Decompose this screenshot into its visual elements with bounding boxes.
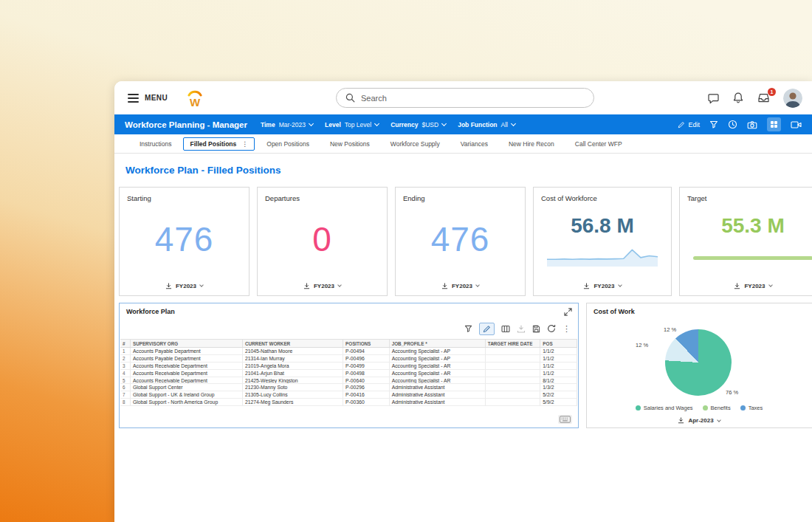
refresh-button[interactable] — [547, 324, 556, 333]
table-row[interactable]: 2Accounts Payable Department21314-Ian Mu… — [120, 355, 577, 363]
tab-menu-icon[interactable]: ⋮ — [241, 140, 248, 148]
menu-button[interactable]: MENU — [128, 81, 168, 114]
column-header-positions[interactable]: POSITIONS — [343, 340, 390, 347]
video-icon[interactable] — [791, 120, 802, 129]
kpi-value: 476 — [155, 222, 214, 256]
tab-call-center-wfp[interactable]: Call Center WFP — [566, 137, 631, 151]
table-cell: Accounting Specialist - AR — [390, 363, 486, 369]
tab-open-positions[interactable]: Open Positions — [258, 137, 318, 151]
table-cell: Accounting Specialist - AP — [390, 348, 486, 354]
keyboard-shortcuts-button[interactable] — [558, 415, 572, 424]
legend-item-taxes[interactable]: Taxes — [740, 405, 763, 411]
tab-workforce-supply[interactable]: Workforce Supply — [382, 137, 449, 151]
hamburger-icon — [128, 94, 139, 103]
tab-bar: InstructionsFilled Positions⋮Open Positi… — [114, 134, 812, 154]
table-cell: 21274-Meg Saunders — [243, 399, 343, 405]
kpi-period-selector[interactable]: FY2023 — [258, 276, 387, 295]
table-row[interactable]: 5Accounts Receivable Department21425-Wes… — [120, 377, 577, 385]
table-row[interactable]: 6Global Support Center21230-Manny SotoP-… — [120, 384, 577, 391]
column-header-supervisory-org[interactable]: SUPERVISORY ORG — [131, 340, 243, 347]
header-filter-level[interactable]: LevelTop Level — [325, 121, 379, 128]
apps-grid-button[interactable] — [767, 117, 781, 131]
legend-item-benefits[interactable]: Benefits — [703, 405, 731, 411]
history-clock-icon[interactable] — [728, 120, 737, 129]
legend-dot — [740, 405, 746, 411]
chevron-down-icon — [374, 120, 379, 126]
table-cell: 2 — [120, 355, 131, 362]
keyboard-icon — [560, 416, 571, 423]
workday-logo[interactable]: W — [185, 88, 204, 111]
camera-icon[interactable] — [747, 120, 757, 129]
kpi-period-selector[interactable]: FY2023 — [120, 276, 249, 295]
columns-button[interactable] — [501, 325, 510, 333]
kpi-period-selector[interactable]: FY2023 — [534, 276, 671, 295]
user-avatar[interactable] — [783, 89, 802, 108]
search-bar[interactable] — [336, 88, 594, 108]
header-filter-job-function[interactable]: Job FunctionAll — [458, 121, 515, 128]
column-header-pos[interactable]: POS — [540, 340, 577, 347]
table-row[interactable]: 1Accounts Payable Department21045-Nathan… — [120, 348, 577, 355]
table-row[interactable]: 3Accounts Receivable Department21019-Ang… — [120, 363, 577, 370]
filter-icon[interactable] — [709, 120, 718, 129]
table-cell: P-00499 — [343, 363, 390, 369]
cost-pie-chart[interactable] — [665, 329, 732, 396]
inbox-button[interactable]: 1 — [757, 92, 771, 103]
table-row[interactable]: 8Global Support - North America Group212… — [120, 399, 577, 406]
table-row[interactable]: 4Accounts Receivable Department21041-Arj… — [120, 370, 577, 377]
search-input[interactable] — [361, 94, 585, 103]
kpi-value-area: 56.8 M — [534, 202, 671, 276]
header-filter-time[interactable]: TimeMar-2023 — [261, 121, 313, 128]
table-cell: 1/3/2 — [540, 384, 577, 391]
table-cell: Accounts Receivable Department — [131, 363, 243, 369]
header-filter-currency[interactable]: Currency$USD — [390, 121, 446, 128]
table-cell: 6 — [120, 384, 131, 391]
kpi-value-area: 55.3 M — [680, 202, 812, 276]
tab-filled-positions[interactable]: Filled Positions⋮ — [183, 137, 255, 151]
save-button[interactable] — [532, 325, 540, 333]
kpi-label: Departures — [258, 188, 387, 202]
kpi-period-selector[interactable]: FY2023 — [680, 276, 812, 295]
inline-edit-button[interactable] — [479, 323, 495, 335]
table-cell: 8/1/2 — [540, 377, 577, 384]
legend-label: Salaries and Wages — [644, 405, 693, 411]
kpi-period-selector[interactable]: FY2023 — [396, 276, 525, 295]
filter-value: All — [501, 121, 508, 128]
column-header-col[interactable]: # — [120, 340, 131, 347]
table-cell: 21230-Manny Soto — [243, 384, 343, 391]
table-cell: 8 — [120, 399, 131, 405]
table-cell: Accounting Specialist - AR — [390, 370, 486, 377]
workday-logo-icon: W — [185, 88, 204, 109]
table-more-button[interactable]: ⋮ — [562, 325, 571, 333]
chevron-down-icon — [199, 283, 204, 287]
table-cell: 21305-Lucy Collins — [243, 391, 343, 398]
download-icon — [303, 283, 310, 289]
pie-period-selector[interactable]: Apr-2023 — [587, 417, 811, 424]
chat-icon[interactable] — [707, 92, 720, 104]
column-header-job-profile[interactable]: JOB_PROFILE * — [390, 340, 486, 347]
download-icon — [441, 283, 448, 289]
table-filter-button[interactable] — [464, 325, 472, 333]
legend-dot — [703, 405, 708, 411]
kpi-label: Target — [680, 188, 812, 202]
add-column-button[interactable]: + — [489, 339, 497, 348]
tab-instructions[interactable]: Instructions — [131, 137, 180, 151]
edit-button[interactable]: Edit — [678, 121, 700, 128]
expand-button[interactable] — [564, 308, 572, 316]
table-row[interactable]: 7Global Support - UK & Ireland Group2130… — [120, 391, 577, 399]
tab-new-positions[interactable]: New Positions — [321, 137, 379, 151]
table-cell: 21425-Wesley Kingston — [243, 377, 343, 384]
legend-item-salaries-and-wages[interactable]: Salaries and Wages — [636, 405, 693, 411]
table-cell: Accounts Receivable Department — [131, 377, 243, 384]
table-cell — [486, 399, 541, 405]
kpi-label: Cost of Workforce — [534, 188, 671, 202]
tab-variances[interactable]: Variances — [452, 137, 497, 151]
tab-new-hire-recon[interactable]: New Hire Recon — [500, 137, 563, 151]
export-button[interactable] — [517, 325, 526, 333]
column-header-current-worker[interactable]: CURRENT WORKER — [243, 340, 343, 347]
tab-label: Open Positions — [266, 140, 309, 148]
page-title: Workforce Plan - Filled Positions — [125, 165, 281, 176]
kpi-period-label: FY2023 — [452, 283, 472, 289]
notifications-bell-icon[interactable] — [732, 92, 744, 104]
filter-value: $USD — [422, 121, 438, 128]
legend-label: Benefits — [711, 405, 731, 411]
